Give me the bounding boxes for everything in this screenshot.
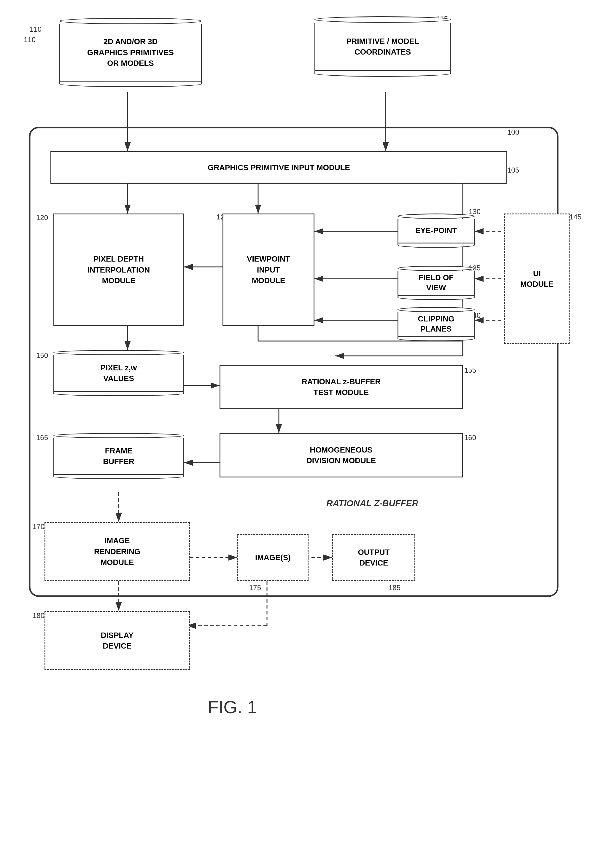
ref-num-100: 100: [507, 128, 519, 136]
db-110: 2D AND/OR 3D GRAPHICS PRIMITIVES OR MODE…: [59, 18, 202, 87]
box-ui-module: UI MODULE: [504, 214, 570, 344]
ref-num-160: 160: [464, 434, 476, 442]
db-fov: FIELD OF VIEW: [398, 266, 475, 300]
db-115-label: PRIMITIVE / MODEL COORDINATES: [346, 36, 419, 57]
box-image-rendering-label: IMAGE RENDERING MODULE: [94, 535, 140, 567]
ref-num-155: 155: [464, 366, 476, 375]
db-clipping: CLIPPING PLANES: [398, 307, 475, 341]
ref-num-145: 145: [570, 213, 581, 221]
ref-num-180: 180: [33, 611, 45, 620]
box-pixel-depth-label: PIXEL DEPTH INTERPOLATION MODULE: [87, 254, 150, 286]
db-clipping-label: CLIPPING PLANES: [418, 314, 455, 334]
box-pixel-depth: PIXEL DEPTH INTERPOLATION MODULE: [53, 214, 184, 326]
box-gpim-label: GRAPHICS PRIMITIVE INPUT MODULE: [208, 162, 350, 173]
fig-label: FIG. 1: [208, 697, 257, 718]
box-rational-test: RATIONAL z-BUFFER TEST MODULE: [219, 365, 463, 409]
db-frame-label: FRAME BUFFER: [103, 445, 134, 467]
db-115: PRIMITIVE / MODEL COORDINATES: [314, 16, 451, 77]
box-display: DISPLAY DEVICE: [45, 611, 190, 670]
db-pixel-zw-label: PIXEL z,w VALUES: [101, 363, 137, 384]
db-eye-label: EYE-POINT: [415, 226, 457, 236]
rational-zbuffer-label: RATIONAL Z-BUFFER: [326, 498, 419, 508]
ref-110: 110: [24, 36, 36, 44]
db-fov-label: FIELD OF VIEW: [419, 273, 454, 293]
db-eye-point: EYE-POINT: [398, 214, 475, 248]
box-viewpoint-label: VIEWPOINT INPUT MODULE: [247, 254, 290, 286]
box-images-label: IMAGE(S): [255, 552, 291, 563]
ref-num-185: 185: [388, 584, 401, 592]
db-pixel-zw: PIXEL z,w VALUES: [53, 350, 184, 396]
box-rational-test-label: RATIONAL z-BUFFER TEST MODULE: [302, 376, 381, 398]
box-output-label: OUTPUT DEVICE: [358, 547, 390, 569]
diagram: 110 2D AND/OR 3D GRAPHICS PRIMITIVES OR …: [0, 0, 612, 868]
box-images: IMAGE(S): [237, 534, 309, 581]
box-image-rendering: IMAGE RENDERING MODULE: [45, 522, 190, 581]
ref-num-170: 170: [33, 522, 45, 531]
box-display-label: DISPLAY DEVICE: [101, 630, 134, 651]
box-output: OUTPUT DEVICE: [332, 534, 415, 581]
db-110-label: 2D AND/OR 3D GRAPHICS PRIMITIVES OR MODE…: [87, 36, 174, 68]
ref-num-165: 165: [36, 434, 48, 442]
db-frame-buffer: FRAME BUFFER: [53, 433, 184, 479]
ref-num-150: 150: [36, 352, 48, 360]
ref-num-120: 120: [36, 214, 48, 222]
box-viewpoint: VIEWPOINT INPUT MODULE: [222, 214, 314, 326]
box-gpim: GRAPHICS PRIMITIVE INPUT MODULE: [50, 151, 507, 184]
box-homogeneous-label: HOMOGENEOUS DIVISION MODULE: [306, 445, 376, 466]
ref-num-105: 105: [507, 166, 519, 174]
ref-num-175: 175: [249, 584, 261, 592]
box-ui-label: UI MODULE: [520, 268, 554, 290]
box-homogeneous: HOMOGENEOUS DIVISION MODULE: [219, 433, 463, 477]
ref-num-110: 110: [30, 25, 42, 34]
